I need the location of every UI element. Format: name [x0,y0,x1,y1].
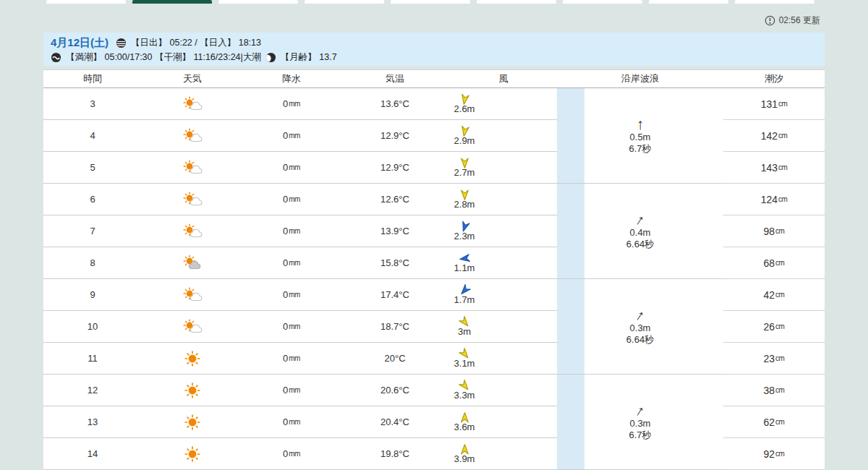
precip-cell: 0mm [243,438,340,469]
nav-tab[interactable] [305,0,384,4]
precip-value: 0 [283,130,288,141]
tide-unit: cm [778,132,787,140]
precip-cell: 0mm [243,343,340,374]
temp-cell: 19.8°C [340,438,450,469]
sun-cloud-icon [182,192,203,208]
sun-cloud-icon [182,128,203,144]
time-value: 6 [90,194,95,205]
precip-unit: mm [289,291,300,299]
header-time: 時間 [43,72,142,85]
tide-value: 124 [761,194,778,205]
header-wind: 風 [450,72,557,85]
nav-tab[interactable] [391,0,470,4]
temp-cell: 20°C [340,343,450,374]
tide-cell: 38cm [723,375,825,406]
wind-cell: 3.9m [450,438,557,469]
nav-tab[interactable] [563,0,642,4]
date-label: 4月12日(土) [51,36,109,50]
time-cell: 8 [43,247,142,278]
temp-value: 15.8°C [380,257,409,268]
weather-cell [142,88,243,119]
tide-cell: 92cm [723,438,825,470]
wind-cell: 2.9m [450,120,557,151]
tide-cell: 62cm [723,406,825,438]
table-row: 4 0mm 12.9°C [43,120,557,152]
precip-value: 0 [283,194,288,205]
time-value: 8 [90,257,95,268]
wave-height: 0.5m [630,132,651,143]
precip-unit: mm [289,450,300,458]
precip-cell: 0mm [243,120,340,151]
wave-height: 0.4m [630,227,651,239]
tide-times-text: 【満潮】 05:00/17:30 【干潮】 11:16/23:24|大潮 [66,51,261,64]
nav-tab[interactable] [477,0,556,4]
table-header-row: 時間 天気 降水 気温 風 沿岸波浪 潮汐 [43,69,825,88]
wind-direction-arrow-icon [457,124,472,139]
time-cell: 5 [43,152,142,183]
tide-value: 131 [761,98,778,110]
update-time-label: 02:56 更新 [779,14,820,27]
tide-cell: 23cm [723,343,825,375]
wind-cell: 2.7m [450,152,557,183]
tide-value: 38 [764,385,775,396]
weather-cell [142,438,243,469]
tide-value: 92 [764,448,775,460]
wind-cell: 2.8m [450,184,557,215]
nav-tab-active[interactable] [132,0,212,4]
temp-value: 20.6°C [380,385,409,396]
sun-cloud-icon [182,287,203,303]
table-row: 3 0mm 13.6°C [43,88,557,120]
weather-cell [142,311,243,342]
wind-cell: 3.3m [450,375,557,406]
coastal-wave-group: ↑ 0.3m 6.7秒 [557,375,723,470]
precip-cell: 0mm [243,375,340,406]
precip-value: 0 [283,162,288,173]
tide-cell: 131cm [723,88,825,120]
table-row: 11 0mm 20°C 3.1m [43,343,557,375]
alert-circle-icon [765,15,775,26]
coastal-wave-group: ↑ 0.4m 6.64秒 [557,184,723,279]
sunny-icon [182,351,203,367]
table-row: 9 0mm 17.4°C [43,279,557,311]
precip-unit: mm [289,354,300,362]
precip-cell: 0mm [243,215,340,247]
tide-column: 131cm142cm143cm124cm98cm68cm42cm26cm23cm… [723,88,825,470]
temp-cell: 18.7°C [340,311,450,342]
nav-tab[interactable] [735,0,814,4]
tide-cell: 98cm [723,215,825,247]
nav-tab[interactable] [46,0,126,4]
precip-unit: mm [289,418,300,426]
tide-value: 42 [764,289,775,301]
tide-unit: cm [778,195,787,203]
wind-cell: 3m [450,311,557,342]
weather-forecast-page: 02:56 更新 4月12日(土) 【日出】 05:22 / 【日入】 18:1… [0,0,868,470]
tide-value: 143 [761,162,778,174]
hourly-forecast-table: 時間 天気 降水 気温 風 沿岸波浪 潮汐 3 [43,69,825,470]
sunrise-sunset-text: 【日出】 05:22 / 【日入】 18:13 [131,37,261,49]
coastal-wave-group: ↑ 0.3m 6.64秒 [557,279,723,375]
precip-value: 0 [283,289,288,300]
time-cell: 7 [43,215,142,247]
precip-value: 0 [283,98,288,109]
precip-unit: mm [289,195,300,203]
precip-cell: 0mm [243,88,340,119]
time-value: 3 [90,98,95,109]
time-value: 13 [88,416,98,427]
sunny-icon [182,446,203,462]
time-cell: 9 [43,279,142,310]
time-cell: 13 [43,406,142,437]
temp-cell: 12.9°C [340,120,450,151]
time-value: 14 [88,448,98,459]
moon-icon [265,52,276,63]
table-body: 3 0mm 13.6°C [43,88,825,470]
nav-tab[interactable] [649,0,728,4]
header-tide: 潮汐 [723,72,825,85]
tide-value: 98 [764,226,775,237]
precip-value: 0 [283,226,288,236]
wave-direction-arrow-icon: ↑ [637,117,644,132]
temp-value: 17.4°C [380,289,409,300]
tide-value: 62 [764,416,775,428]
sunny-icon [182,383,203,398]
tide-value: 26 [764,321,775,333]
nav-tab[interactable] [218,0,298,4]
